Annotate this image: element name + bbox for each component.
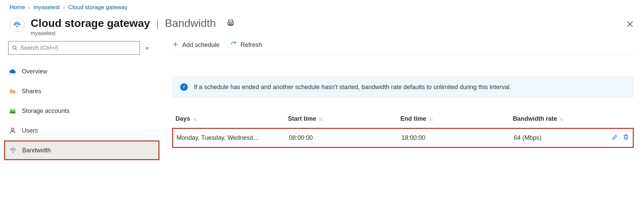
- page-subtitle: Bandwidth: [165, 17, 216, 30]
- cell-start-time: 08:00:00: [289, 134, 401, 141]
- info-banner: i If a schedule has ended and another sc…: [172, 77, 634, 98]
- edit-button[interactable]: [612, 134, 618, 142]
- cell-bandwidth-rate: 64 (Mbps): [514, 134, 612, 141]
- svg-point-9: [11, 128, 14, 131]
- svg-rect-1: [228, 20, 233, 22]
- wifi-icon: [9, 147, 17, 154]
- cloud-icon: [9, 68, 16, 75]
- sort-icon: ↑↓: [319, 116, 322, 122]
- sidebar-item-label: Shares: [22, 88, 41, 95]
- close-button[interactable]: [626, 20, 634, 29]
- breadcrumb: Home › myasetest › Cloud storage gateway: [0, 0, 644, 14]
- table-header: Days↑↓ Start time↑↓ End time↑↓ Bandwidth…: [172, 115, 634, 128]
- sidebar-item-storage-accounts[interactable]: Storage accounts: [8, 101, 158, 121]
- resource-name: myasetest: [31, 30, 634, 36]
- plus-icon: [172, 41, 179, 49]
- collapse-sidebar-button[interactable]: «: [146, 45, 147, 51]
- sort-icon: ↑↓: [429, 116, 432, 122]
- pencil-icon: [612, 134, 618, 140]
- storage-icon: [9, 107, 16, 115]
- svg-point-4: [13, 46, 16, 49]
- svg-line-5: [15, 49, 17, 50]
- refresh-icon: [230, 41, 237, 49]
- sidebar-item-label: Overview: [22, 68, 47, 75]
- svg-rect-8: [10, 112, 16, 114]
- toolbar: Add schedule Refresh: [172, 41, 634, 55]
- cell-end-time: 18:00:00: [401, 134, 514, 141]
- user-icon: [9, 127, 16, 134]
- svg-rect-7: [10, 111, 16, 112]
- svg-point-0: [16, 26, 18, 27]
- search-box[interactable]: [8, 41, 140, 55]
- cell-days: Monday, Tuesday, Wednesd…: [177, 134, 289, 141]
- refresh-button[interactable]: Refresh: [230, 41, 262, 49]
- sort-icon: ↑↓: [193, 116, 196, 122]
- schedule-table: Days↑↓ Start time↑↓ End time↑↓ Bandwidth…: [172, 115, 634, 148]
- search-icon: [12, 45, 18, 51]
- chevron-right-icon: ›: [63, 5, 65, 10]
- pin-icon[interactable]: [227, 19, 234, 28]
- add-schedule-label: Add schedule: [182, 41, 219, 49]
- table-row[interactable]: Monday, Tuesday, Wednesd… 08:00:00 18:00…: [172, 128, 634, 148]
- info-icon: i: [180, 83, 188, 91]
- chevron-right-icon: ›: [28, 5, 30, 10]
- page-title: Cloud storage gateway: [31, 17, 150, 30]
- svg-rect-6: [10, 109, 16, 111]
- breadcrumb-item-page[interactable]: Cloud storage gateway: [68, 4, 127, 11]
- svg-point-10: [12, 152, 14, 153]
- info-banner-text: If a schedule has ended and another sche…: [194, 84, 511, 91]
- delete-button[interactable]: [623, 134, 629, 142]
- folder-icon: [9, 87, 16, 95]
- page-header: Cloud storage gateway | Bandwidth myaset…: [0, 14, 644, 40]
- breadcrumb-item-home[interactable]: Home: [10, 4, 25, 11]
- sort-icon: ↑↓: [560, 116, 563, 122]
- sidebar-item-users[interactable]: Users: [8, 121, 158, 140]
- column-header-start-time[interactable]: Start time↑↓: [288, 115, 400, 122]
- refresh-label: Refresh: [241, 41, 262, 49]
- sidebar-item-label: Bandwidth: [22, 147, 51, 154]
- column-header-days[interactable]: Days↑↓: [175, 115, 288, 122]
- sidebar: « Overview Shares Storage accounts: [0, 40, 158, 160]
- sidebar-item-bandwidth[interactable]: Bandwidth: [4, 140, 159, 160]
- sidebar-item-shares[interactable]: Shares: [8, 81, 158, 101]
- search-input[interactable]: [20, 45, 136, 51]
- sidebar-item-label: Storage accounts: [22, 107, 70, 115]
- title-divider: |: [156, 18, 159, 29]
- resource-icon: [10, 17, 25, 32]
- column-header-end-time[interactable]: End time↑↓: [400, 115, 513, 122]
- main-content: Add schedule Refresh i If a schedule has…: [158, 40, 644, 148]
- add-schedule-button[interactable]: Add schedule: [172, 41, 219, 49]
- breadcrumb-item-resource[interactable]: myasetest: [33, 4, 60, 11]
- sidebar-item-label: Users: [22, 127, 38, 134]
- sidebar-item-overview[interactable]: Overview: [8, 62, 158, 81]
- column-header-bandwidth-rate[interactable]: Bandwidth rate↑↓: [513, 115, 630, 122]
- svg-rect-2: [228, 22, 233, 24]
- trash-icon: [623, 134, 629, 140]
